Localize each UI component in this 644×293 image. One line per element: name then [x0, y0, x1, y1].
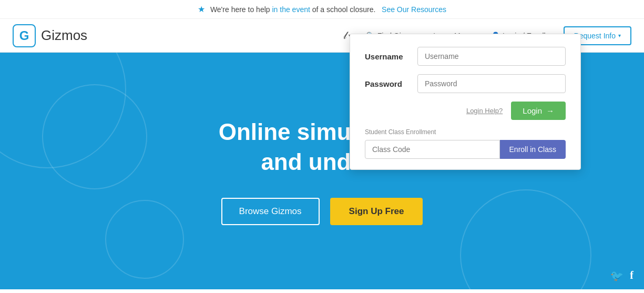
sign-up-free-button[interactable]: Sign Up Free [330, 198, 423, 225]
facebook-icon[interactable]: f [630, 269, 633, 282]
enroll-in-class-button[interactable]: Enroll in Class [500, 140, 566, 159]
login-label: Login [523, 106, 542, 115]
see-resources-link[interactable]: See Our Resources [382, 5, 446, 14]
class-code-input[interactable] [365, 140, 500, 159]
password-input[interactable] [417, 74, 566, 93]
hero-buttons: Browse Gizmos Sign Up Free [221, 198, 423, 225]
login-arrow-icon: → [546, 106, 554, 115]
login-dropdown-panel: Username Password Login Help? Login → St… [350, 34, 581, 170]
username-label: Username [365, 52, 417, 61]
login-action-row: Login Help? Login → [365, 102, 566, 120]
banner-text-highlight: in the event [272, 5, 312, 14]
hero-title-line2: and unde [261, 149, 364, 175]
login-button[interactable]: Login → [511, 102, 566, 120]
script-glyph: 𝓁 [343, 29, 346, 42]
username-input[interactable] [417, 47, 566, 66]
logo-box: G [13, 24, 36, 47]
logo-text: Gizmos [41, 27, 87, 44]
footer-social: 🐦 f [610, 269, 633, 282]
enrollment-row: Enroll in Class [365, 140, 566, 159]
bg-deco-3 [105, 200, 184, 279]
top-banner: ★ We're here to help in the event of a s… [0, 0, 644, 19]
password-label: Password [365, 79, 417, 88]
star-icon: ★ [198, 5, 205, 14]
request-info-chevron: ▾ [618, 33, 621, 38]
username-row: Username [365, 47, 566, 66]
enrollment-label: Student Class Enrollment [365, 128, 566, 136]
banner-text: We're here to help [210, 5, 270, 14]
logo-area[interactable]: G Gizmos [13, 24, 87, 47]
login-help-link[interactable]: Login Help? [466, 107, 503, 115]
bg-deco-2 [42, 84, 147, 189]
bg-deco-4 [460, 189, 591, 289]
banner-text2: of a school closure. [312, 5, 376, 14]
twitter-icon[interactable]: 🐦 [610, 269, 623, 282]
browse-gizmos-button[interactable]: Browse Gizmos [221, 198, 320, 225]
password-row: Password [365, 74, 566, 93]
